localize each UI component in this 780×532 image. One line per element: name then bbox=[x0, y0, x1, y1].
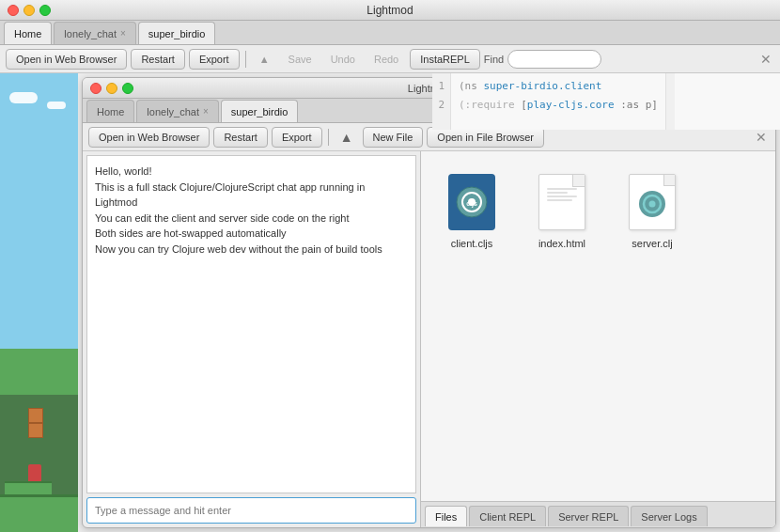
code-line-2: (:require [play-cljs.core :as p] bbox=[459, 96, 658, 115]
find-label: Find bbox=[484, 54, 504, 65]
inner-close-x[interactable]: ✕ bbox=[753, 129, 770, 146]
outer-toolbar: Open in Web Browser Restart Export ▲ Sav… bbox=[0, 45, 780, 73]
game-panel bbox=[0, 73, 78, 532]
chat-panel: Hello, world! This is a full stack Cloju… bbox=[83, 151, 421, 527]
inner-tab-home[interactable]: Home bbox=[86, 100, 134, 122]
inner-restart-button[interactable]: Restart bbox=[213, 127, 267, 148]
editor-line-numbers: 1 2 bbox=[432, 73, 451, 130]
file-name-server-clj: server.clj bbox=[632, 238, 672, 249]
chat-message-1: Hello, world! bbox=[95, 164, 408, 180]
cloud-2 bbox=[47, 102, 66, 109]
background-editor: 1 2 (ns super-birdio.client (:require [p… bbox=[432, 73, 780, 130]
chat-messages: Hello, world! This is a full stack Cloju… bbox=[86, 155, 416, 493]
inner-main: Hello, world! This is a full stack Cloju… bbox=[83, 151, 775, 527]
inner-separator bbox=[328, 129, 329, 146]
inner-export-button[interactable]: Export bbox=[272, 127, 322, 148]
editor-scrollbar[interactable] bbox=[665, 73, 675, 130]
minimize-button[interactable] bbox=[23, 5, 35, 16]
find-input[interactable] bbox=[507, 50, 601, 69]
svg-point-6 bbox=[649, 201, 656, 208]
file-icon-index-html bbox=[532, 172, 592, 232]
maximize-button[interactable] bbox=[39, 5, 51, 16]
undo-button[interactable]: Undo bbox=[323, 49, 363, 70]
inner-tab-lonely-chat[interactable]: lonely_chat × bbox=[136, 100, 219, 122]
bottom-tab-client-repl[interactable]: Client REPL bbox=[469, 506, 546, 526]
outer-tab-bar: Home lonely_chat × super_birdio bbox=[0, 21, 780, 45]
inner-open-web-browser-button[interactable]: Open in Web Browser bbox=[88, 127, 210, 148]
file-panel: cljs client.cljs bbox=[421, 151, 775, 527]
inner-minimize-button[interactable] bbox=[106, 83, 117, 94]
chat-message-5: Now you can try Clojure web dev without … bbox=[95, 242, 408, 258]
redo-button[interactable]: Redo bbox=[367, 49, 406, 70]
open-web-browser-button[interactable]: Open in Web Browser bbox=[6, 49, 127, 70]
main-window: Lightmod Home lonely_chat × super_birdio… bbox=[0, 0, 780, 532]
code-line-1: (ns super-birdio.client bbox=[459, 77, 658, 96]
chat-input[interactable] bbox=[86, 497, 416, 524]
inner-traffic-lights bbox=[90, 83, 133, 94]
bottom-tabs: Files Client REPL Server REPL Server Log… bbox=[421, 501, 775, 527]
file-icon-server-clj bbox=[622, 172, 682, 232]
svg-text:cljs: cljs bbox=[466, 200, 477, 208]
title-bar: Lightmod bbox=[0, 0, 780, 21]
editor-code: (ns super-birdio.client (:require [play-… bbox=[451, 73, 665, 130]
game-background bbox=[0, 73, 78, 532]
cljs-logo: cljs bbox=[455, 185, 489, 219]
inner-up-arrow-button[interactable]: ▲ bbox=[335, 127, 359, 148]
close-find-button[interactable]: ✕ bbox=[757, 51, 774, 68]
bottom-tab-server-repl[interactable]: Server REPL bbox=[548, 506, 629, 526]
brick-1 bbox=[28, 423, 43, 438]
bottom-tab-files[interactable]: Files bbox=[425, 506, 467, 526]
brick-2 bbox=[28, 408, 43, 423]
tab-home[interactable]: Home bbox=[4, 22, 52, 44]
chat-message-2: This is a full stack Clojure/ClojureScri… bbox=[95, 180, 408, 211]
restart-button[interactable]: Restart bbox=[131, 49, 184, 70]
chat-message-4: Both sides are hot-swapped automatically bbox=[95, 226, 408, 242]
platform-1 bbox=[5, 481, 52, 494]
tab-super-birdio[interactable]: super_birdio bbox=[138, 22, 216, 44]
file-item-client-cljs[interactable]: cljs client.cljs bbox=[436, 166, 507, 255]
cljs-file-icon: cljs bbox=[448, 174, 495, 230]
file-item-index-html[interactable]: index.html bbox=[526, 166, 598, 255]
file-icon-client-cljs: cljs bbox=[442, 172, 502, 232]
character bbox=[28, 464, 41, 481]
inner-close-button[interactable] bbox=[90, 83, 101, 94]
separator bbox=[245, 51, 246, 68]
file-grid: cljs client.cljs bbox=[421, 151, 775, 501]
chat-message-3: You can edit the client and server side … bbox=[95, 211, 408, 227]
ground bbox=[0, 494, 78, 532]
export-button[interactable]: Export bbox=[189, 49, 240, 70]
main-content: Lightmod Home lonely_chat × super_birdio bbox=[0, 73, 780, 532]
insta-repl-button[interactable]: InstaREPL bbox=[410, 49, 480, 70]
bottom-tab-server-logs[interactable]: Server Logs bbox=[631, 506, 707, 526]
up-arrow-button[interactable]: ▲ bbox=[252, 49, 277, 70]
clj-logo-svg bbox=[637, 189, 667, 219]
find-bar: Find bbox=[484, 50, 601, 69]
save-button[interactable]: Save bbox=[281, 49, 320, 70]
clj-file-icon bbox=[629, 174, 676, 230]
html-file-icon bbox=[538, 174, 585, 230]
inner-tab-super-birdio[interactable]: super_birdio bbox=[221, 100, 299, 122]
close-button[interactable] bbox=[8, 5, 19, 16]
tab-close-lonely-chat[interactable]: × bbox=[120, 29, 126, 39]
inner-maximize-button[interactable] bbox=[122, 83, 133, 94]
traffic-lights bbox=[8, 5, 51, 16]
tab-lonely-chat[interactable]: lonely_chat × bbox=[54, 22, 136, 44]
inner-tab-close-lonely-chat[interactable]: × bbox=[203, 107, 209, 117]
file-item-server-clj[interactable]: server.clj bbox=[616, 166, 688, 255]
file-name-client-cljs: client.cljs bbox=[451, 238, 493, 249]
new-file-button[interactable]: New File bbox=[363, 127, 424, 148]
inner-window: Lightmod Home lonely_chat × super_birdio bbox=[82, 77, 776, 528]
cloud-1 bbox=[9, 92, 38, 103]
file-name-index-html: index.html bbox=[538, 238, 585, 249]
window-title: Lightmod bbox=[367, 4, 413, 17]
